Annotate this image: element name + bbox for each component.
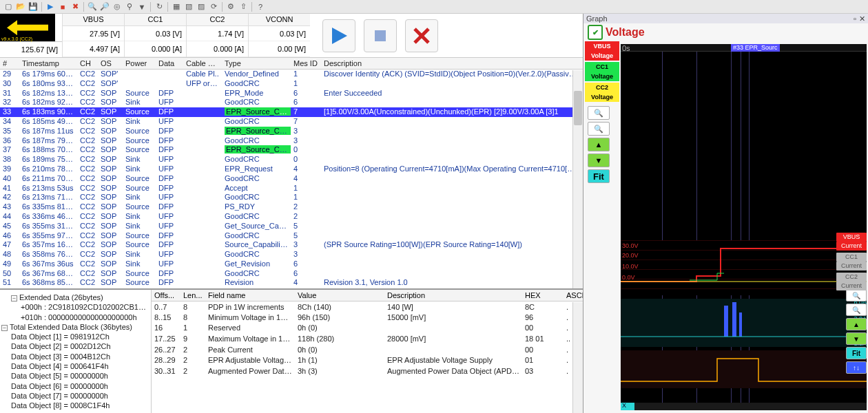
column-header[interactable]: Cable Pl... (183, 58, 222, 70)
tree-node[interactable]: Data Object [2] = 0002D12Ch (1, 341, 149, 351)
zoom-in-button[interactable]: 🔍 (588, 106, 610, 120)
column-header[interactable]: Field name (205, 290, 295, 301)
table-row[interactable]: 366s 187ms 797...CC2SOPSourceDFPGoodCRC3 (0, 136, 583, 145)
fit-2-button[interactable]: Fit (846, 347, 867, 359)
packet-scrollbar[interactable] (572, 70, 583, 288)
new-button[interactable]: ▢ (3, 1, 14, 12)
zoom-out-button[interactable]: 🔍 (588, 122, 610, 136)
table-row[interactable]: 506s 367ms 689...CC2SOPSourceDFPGoodCRC6 (0, 269, 583, 279)
badge-cc2-c[interactable]: CC2 (836, 273, 867, 282)
pin-icon[interactable]: ▫ (854, 14, 856, 23)
column-header[interactable]: CH (77, 58, 98, 70)
tree-node[interactable]: −Total Extended Data Block (36bytes) (1, 322, 149, 332)
refresh-button[interactable]: ↻ (154, 1, 165, 12)
table-row[interactable]: 476s 357ms 166...CC2SOPSourceDFPSource_C… (0, 240, 583, 250)
table-row[interactable]: 426s 213ms 710...CC2SOPSinkUFPGoodCRC1 (0, 193, 583, 202)
swap-button[interactable]: ↑↓ (846, 361, 867, 374)
table-row[interactable]: 356s 187ms 11usCC2SOPSourceDFPEPR_Source… (0, 127, 583, 136)
column-header[interactable]: Timestamp (19, 58, 77, 70)
voltage-check-icon[interactable]: ✔ (588, 25, 603, 40)
graph-panel-header[interactable]: Graph ▫ ✕ (583, 14, 868, 23)
column-header[interactable]: Mes ID (291, 58, 321, 70)
table-row[interactable]: 26..272Peak Current0h (0)00. (152, 344, 583, 355)
table-row[interactable]: 376s 188ms 700...CC2SOPSourceDFPEPR_Sour… (0, 145, 583, 155)
find-a-button[interactable]: 🔍 (87, 1, 98, 12)
legend-cc1[interactable]: CC1 (585, 62, 619, 72)
table-row[interactable]: 30..312Augmented Power Data O...3h (3)Au… (152, 366, 583, 377)
table-row[interactable]: 516s 368ms 855...CC2SOPSourceDFPRevision… (0, 278, 583, 288)
upload-button[interactable]: ⇧ (238, 1, 249, 12)
target-button[interactable]: ◎ (112, 1, 123, 12)
funnel-button[interactable]: ▼ (136, 1, 147, 12)
tree-node[interactable]: +010h : 00000000000000000000h (1, 313, 149, 322)
table-row[interactable]: 346s 185ms 497...CC2SOPSinkUFPGoodCRC7 (0, 117, 583, 127)
close-icon[interactable]: ✕ (859, 14, 865, 23)
column-header[interactable]: Description (321, 58, 583, 70)
column-header[interactable]: Power (123, 58, 156, 70)
table-row[interactable]: 436s 335ms 811...CC2SOPSourceDFPPS_RDY2 (0, 202, 583, 212)
column-header[interactable]: Offs... (152, 290, 180, 301)
play-button[interactable]: ▶ (45, 1, 56, 12)
table-row[interactable]: 306s 180ms 930...CC2SOP'UFP or D..GoodCR… (0, 79, 583, 89)
table-row[interactable]: 336s 183ms 901...CC2SOPSourceDFPEPR_Sour… (0, 107, 583, 117)
tree-node[interactable]: +000h : 2C9181092CD102002CB10400 (1, 302, 149, 312)
find-b-button[interactable]: 🔎 (99, 1, 110, 12)
tree-node[interactable]: Data Object [8] = 0008C1F4h (1, 401, 149, 410)
column-header[interactable]: HEX (522, 290, 564, 301)
table-row[interactable]: 326s 182ms 928...CC2SOPSinkUFPGoodCRC6 (0, 98, 583, 107)
column-header[interactable]: # (0, 58, 19, 70)
table-row[interactable]: 386s 189ms 757...CC2SOPSinkUFPGoodCRC0 (0, 155, 583, 165)
table-row[interactable]: 28..292EPR Adjustable Voltage Su...1h (1… (152, 354, 583, 366)
waveform-plot[interactable]: 0s #33 EPR_Sourc 30.0V 20.0V 10.0V 0.0V (621, 44, 867, 410)
help-button[interactable]: ? (255, 1, 266, 12)
gear-button[interactable]: ⚙ (225, 1, 236, 12)
tree-node[interactable]: Data Object [3] = 0004B12Ch (1, 352, 149, 361)
time-marker[interactable]: #33 EPR_Sourc (731, 44, 780, 52)
table-row[interactable]: 466s 355ms 970...CC2SOPSourceDFPGoodCRC5 (0, 231, 583, 240)
table-row[interactable]: 486s 358ms 765...CC2SOPSinkUFPGoodCRC3 (0, 250, 583, 260)
time-scroll-thumb[interactable]: X (621, 403, 634, 410)
tree-node[interactable]: Data Object [5] = 00000000h (1, 371, 149, 381)
scroll-down-button[interactable]: ▼ (588, 153, 610, 167)
time-scrollbar[interactable]: X (621, 403, 867, 410)
table-row[interactable]: 8..158Minimum Voltage in 100m...96h (150… (152, 312, 583, 323)
legend-cc2[interactable]: CC2 (585, 83, 619, 92)
grid1-button[interactable]: ▦ (171, 1, 182, 12)
tree-node[interactable]: Data Object [4] = 000641F4h (1, 361, 149, 371)
column-header[interactable]: Value (295, 290, 384, 301)
tree-node[interactable]: Data Object [6] = 00000000h (1, 381, 149, 391)
column-header[interactable]: Type (222, 58, 291, 70)
data-object-tree[interactable]: −Extended Data (26bytes)+000h : 2C918109… (0, 290, 152, 413)
table-row[interactable]: 446s 336ms 466...CC2SOPSinkUFPGoodCRC2 (0, 212, 583, 222)
cycle-button[interactable]: ⟳ (208, 1, 219, 12)
legend-vbus[interactable]: VBUS (585, 41, 619, 51)
table-row[interactable]: 17..259Maximum Voltage in 100m...118h (2… (152, 333, 583, 344)
column-header[interactable]: Description (384, 290, 522, 301)
packet-table[interactable]: #TimestampCHOSPowerDataCable Pl...TypeMe… (0, 58, 583, 289)
table-row[interactable]: 456s 355ms 319...CC2SOPSinkUFPGet_Source… (0, 222, 583, 231)
table-row[interactable]: 416s 213ms 53usCC2SOPSourceDFPAccept1 (0, 183, 583, 193)
up-2-button[interactable]: ▲ (846, 318, 867, 330)
down-2-button[interactable]: ▼ (846, 332, 867, 345)
column-header[interactable]: OS (98, 58, 123, 70)
table-row[interactable]: 496s 367ms 36usCC2SOPSinkUFPGet_Revision… (0, 260, 583, 269)
column-header[interactable]: Len... (180, 290, 205, 301)
grid2-button[interactable]: ▧ (183, 1, 194, 12)
grid3-button[interactable]: ▨ (196, 1, 207, 12)
table-row[interactable]: 0..78PDP in 1W increments8Ch (140)140 [W… (152, 301, 583, 313)
detail-scrollbar[interactable] (572, 302, 583, 413)
tree-node[interactable]: Data Object [7] = 00000000h (1, 391, 149, 401)
open-button[interactable]: 📂 (15, 1, 26, 12)
table-row[interactable]: 296s 179ms 608...CC2SOP'Cable Pl..Vendor… (0, 70, 583, 79)
close-button[interactable]: ✖ (70, 1, 81, 12)
filter-button[interactable]: ⚲ (124, 1, 135, 12)
stop-button[interactable] (405, 19, 438, 52)
field-detail-table[interactable]: Offs...Len...Field nameValueDescriptionH… (152, 290, 583, 413)
tree-node[interactable]: −Extended Data (26bytes) (1, 293, 149, 302)
column-header[interactable]: ASCII (564, 290, 583, 301)
column-header[interactable]: Data (156, 58, 183, 70)
fit-button[interactable]: Fit (588, 169, 610, 183)
table-row[interactable]: 406s 211ms 703...CC2SOPSourceDFPGoodCRC4 (0, 174, 583, 184)
scroll-up-button[interactable]: ▲ (588, 138, 610, 151)
stop-button[interactable]: ■ (57, 1, 68, 12)
